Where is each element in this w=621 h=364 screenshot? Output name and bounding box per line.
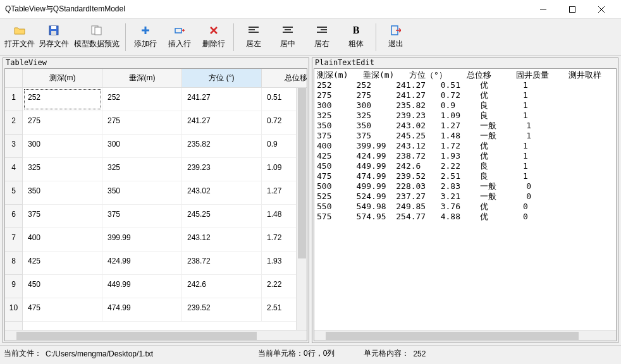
table-cell[interactable]: 350 xyxy=(23,181,102,204)
table-cell[interactable]: 400 xyxy=(23,228,102,251)
table-vscrollbar[interactable] xyxy=(296,88,307,330)
table-cell[interactable]: 424.99 xyxy=(102,252,182,274)
table-row: 450449.99242.62.22良1 xyxy=(23,275,307,298)
table-row: 300300235.820.9良1 xyxy=(23,135,307,158)
table-cell[interactable]: 242.6 xyxy=(182,275,262,298)
row-header[interactable]: 3 xyxy=(5,135,22,158)
column-headers: 测深(m)垂深(m)方位 (°)总位移(m)固井质量测井取样 xyxy=(23,69,307,88)
model-preview-button[interactable]: 模型数据预览 xyxy=(71,21,123,53)
table-cell[interactable]: 275 xyxy=(102,111,182,134)
vscroll-thumb[interactable] xyxy=(298,88,306,258)
plaintext-hscrollbar[interactable] xyxy=(314,330,616,341)
table-cell[interactable]: 474.99 xyxy=(102,298,182,321)
table-cell[interactable]: 239.23 xyxy=(182,158,262,181)
table-hscrollbar[interactable] xyxy=(5,330,307,341)
plaintext-body: 测深(m) 垂深(m) 方位（°） 总位移 固井质量 测井取样 252 252 … xyxy=(314,68,617,341)
pte-hscroll-thumb[interactable] xyxy=(326,332,579,340)
table-cell[interactable]: 243.02 xyxy=(182,181,262,204)
table-row: 375375245.251.48一般1 xyxy=(23,205,307,228)
align-left-label: 居左 xyxy=(246,39,261,49)
align-center-label: 居中 xyxy=(280,39,295,49)
table-row: 400399.99243.121.72优1 xyxy=(23,228,307,252)
table-cells: 252252241.270.51优1275275241.270.72优13003… xyxy=(23,88,307,330)
plus-icon xyxy=(141,25,150,36)
exit-icon xyxy=(391,25,401,36)
insert-icon xyxy=(175,25,185,36)
window-title: QTableView与QStandardItemModel xyxy=(5,4,529,15)
delete-row-label: 删除行 xyxy=(202,39,225,49)
table-cell[interactable]: 241.27 xyxy=(182,88,262,111)
table-cell[interactable]: 243.12 xyxy=(182,228,262,251)
row-header[interactable]: 6 xyxy=(5,205,22,228)
row-header[interactable]: 2 xyxy=(5,111,22,135)
tableview-body: 测深(m)垂深(m)方位 (°)总位移(m)固井质量测井取样 123456789… xyxy=(4,68,307,341)
plaintext-title: PlainTextEdit xyxy=(312,58,618,67)
ar-icon xyxy=(317,25,327,36)
table-cell[interactable]: 449.99 xyxy=(102,275,182,298)
status-content-label: 单元格内容： xyxy=(364,348,409,359)
align-center-button[interactable]: 居中 xyxy=(271,21,305,53)
minimize-button[interactable] xyxy=(529,0,558,19)
table-cell[interactable]: 325 xyxy=(102,158,182,181)
table-cell[interactable]: 475 xyxy=(23,298,102,321)
svg-rect-1 xyxy=(570,6,575,12)
status-cell-label: 当前单元格：0行，0列 xyxy=(258,348,335,359)
table-cell[interactable]: 450 xyxy=(23,275,102,298)
add-row-label: 添加行 xyxy=(134,39,157,49)
table-cell[interactable]: 235.82 xyxy=(182,135,262,157)
table-cell[interactable]: 245.25 xyxy=(182,205,262,228)
bold-label: 粗体 xyxy=(348,39,364,49)
table-cell[interactable]: 300 xyxy=(102,135,182,157)
table-cell[interactable]: 241.27 xyxy=(182,111,262,134)
table-cell[interactable]: 350 xyxy=(102,181,182,204)
al-icon xyxy=(249,25,259,36)
table-cell[interactable]: 375 xyxy=(102,205,182,228)
open-file-button[interactable]: 打开文件 xyxy=(3,21,37,53)
svg-rect-7 xyxy=(175,28,181,33)
maximize-button[interactable] xyxy=(558,0,587,19)
column-header[interactable]: 总位移(m) xyxy=(262,69,307,87)
row-header[interactable]: 4 xyxy=(5,158,22,181)
table-corner[interactable] xyxy=(5,69,23,88)
table-row: 275275241.270.72优1 xyxy=(23,111,307,135)
row-header[interactable]: 5 xyxy=(5,181,22,205)
close-button[interactable] xyxy=(587,0,616,19)
column-header[interactable]: 垂深(m) xyxy=(102,69,182,87)
row-header[interactable]: 1 xyxy=(5,88,22,111)
toolbar-separator xyxy=(125,23,126,51)
insert-row-button[interactable]: 插入行 xyxy=(163,21,197,53)
row-header[interactable]: 10 xyxy=(5,298,22,322)
svg-rect-6 xyxy=(95,27,101,35)
table-cell[interactable]: 399.99 xyxy=(102,228,182,251)
table-row: 325325239.231.09良1 xyxy=(23,158,307,181)
align-right-button[interactable]: 居右 xyxy=(305,21,339,53)
model-preview-label: 模型数据预览 xyxy=(74,39,120,49)
hscroll-thumb[interactable] xyxy=(16,332,257,340)
table-cell[interactable]: 325 xyxy=(23,158,102,181)
table-cell[interactable]: 425 xyxy=(23,252,102,274)
column-header[interactable]: 方位 (°) xyxy=(182,69,262,87)
table-cell[interactable]: 375 xyxy=(23,205,102,228)
table-cell[interactable]: 239.52 xyxy=(182,298,262,321)
delete-row-button[interactable]: 删除行 xyxy=(197,21,231,53)
bold-button[interactable]: B粗体 xyxy=(339,21,373,53)
titlebar: QTableView与QStandardItemModel xyxy=(0,0,621,19)
column-header[interactable]: 测深(m) xyxy=(23,69,102,87)
align-left-button[interactable]: 居左 xyxy=(237,21,271,53)
svg-rect-0 xyxy=(540,9,546,9)
plaintext-area[interactable]: 测深(m) 垂深(m) 方位（°） 总位移 固井质量 测井取样 252 252 … xyxy=(314,69,616,223)
table-cell[interactable]: 275 xyxy=(23,111,102,134)
preview-icon xyxy=(91,25,102,36)
save-as-button[interactable]: 另存文件 xyxy=(37,21,71,53)
row-header[interactable]: 7 xyxy=(5,228,22,252)
table-cell[interactable]: 252 xyxy=(23,88,102,111)
toolbar: 打开文件另存文件模型数据预览添加行插入行删除行居左居中居右B粗体退出 xyxy=(0,19,621,56)
table-cell[interactable]: 238.72 xyxy=(182,252,262,274)
add-row-button[interactable]: 添加行 xyxy=(128,21,163,53)
table-cell[interactable]: 252 xyxy=(102,88,182,111)
exit-button[interactable]: 退出 xyxy=(379,21,413,53)
row-header[interactable]: 8 xyxy=(5,252,22,275)
table-row: 350350243.021.27一般1 xyxy=(23,181,307,205)
table-cell[interactable]: 300 xyxy=(23,135,102,157)
row-header[interactable]: 9 xyxy=(5,275,22,298)
